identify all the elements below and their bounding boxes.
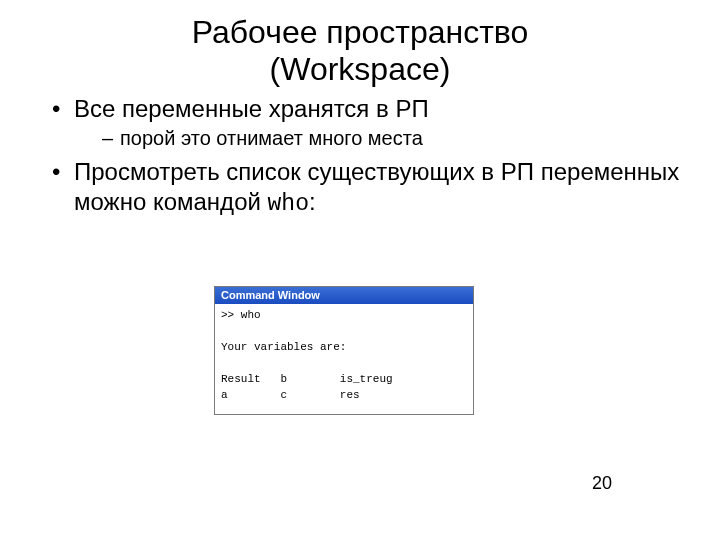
command-window: Command Window >> who Your variables are… xyxy=(214,286,474,415)
slide: Рабочее пространство (Workspace) Все пер… xyxy=(0,0,720,540)
bullet-text-pre: Просмотреть список существующих в РП пер… xyxy=(74,158,679,215)
title-line-2: (Workspace) xyxy=(270,51,451,87)
bullet-item: Просмотреть список существующих в РП пер… xyxy=(52,157,692,219)
bullet-text-post: : xyxy=(309,188,316,215)
page-number: 20 xyxy=(592,473,612,494)
sub-bullet-list: порой это отнимает много места xyxy=(74,126,692,151)
slide-body: Все переменные хранятся в РП порой это о… xyxy=(0,88,720,219)
inline-code: who xyxy=(268,191,309,217)
sub-bullet-item: порой это отнимает много места xyxy=(102,126,692,151)
bullet-item: Все переменные хранятся в РП порой это о… xyxy=(52,94,692,151)
command-window-title: Command Window xyxy=(215,287,473,304)
title-line-1: Рабочее пространство xyxy=(192,14,529,50)
command-window-content: >> who Your variables are: Result b is_t… xyxy=(215,304,473,414)
bullet-list: Все переменные хранятся в РП порой это о… xyxy=(52,94,692,219)
bullet-text: Все переменные хранятся в РП xyxy=(74,95,429,122)
slide-title: Рабочее пространство (Workspace) xyxy=(0,0,720,88)
sub-bullet-text: порой это отнимает много места xyxy=(120,127,423,149)
